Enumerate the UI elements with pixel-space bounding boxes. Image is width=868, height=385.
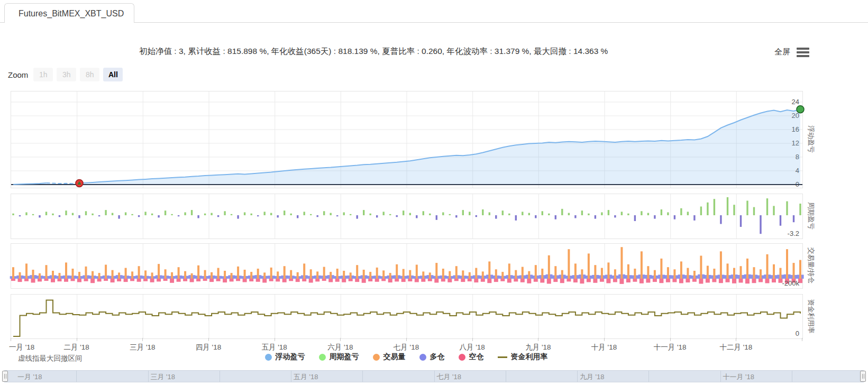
legend-item-volume[interactable]: 交易量 <box>373 352 406 362</box>
x-axis-tick <box>604 338 605 341</box>
fullscreen-button[interactable]: 全屏 <box>774 47 790 57</box>
navigator-gridline <box>720 371 721 382</box>
axis-title-text: 周期盈亏 <box>806 202 816 230</box>
navigator-label: 九月 '18 <box>580 372 605 382</box>
x-axis-tick <box>736 338 736 341</box>
tab-title: Futures_BitMEX_XBT_USD <box>19 9 124 18</box>
x-axis-tick <box>11 338 11 341</box>
hamburger-icon <box>797 48 809 50</box>
x-axis-tick <box>340 338 341 341</box>
tab-futures-bitmex-xbt-usd[interactable]: Futures_BitMEX_XBT_USD <box>4 3 134 23</box>
navigator-gridline <box>648 371 649 382</box>
x-axis-label: 十二月 '18 <box>719 343 752 352</box>
zoom-all-button[interactable]: All <box>103 68 123 81</box>
x-axis-tick <box>802 338 802 341</box>
svg-text:24: 24 <box>792 98 799 106</box>
navigator-gridline <box>792 371 792 382</box>
legend-item-short-position[interactable]: 空仓 <box>459 352 484 362</box>
legend-dot-icon <box>419 354 426 361</box>
zoom-3h-button[interactable]: 3h <box>57 68 76 81</box>
x-axis-label: 五月 '18 <box>261 343 287 352</box>
legend-item-capital-utilization[interactable]: 资金利用率 <box>498 352 548 362</box>
navigator-label: 三月 '18 <box>151 372 176 382</box>
navigator-gridline <box>506 371 506 382</box>
legend-label: 多仓 <box>430 352 445 362</box>
legend-line-icon <box>498 356 507 358</box>
legend-dot-icon <box>319 354 326 361</box>
zoom-label: Zoom <box>8 70 28 79</box>
legend-label: 浮动盈亏 <box>276 352 305 362</box>
y-axis-title-period-pnl: 周期盈亏 <box>805 194 817 238</box>
zoom-8h-button[interactable]: 8h <box>80 68 99 81</box>
navigator-label: 七月 '18 <box>437 372 462 382</box>
svg-text:-200k: -200k <box>782 279 799 287</box>
volume-position-chart-panel[interactable]: -200k <box>11 243 803 289</box>
navigator-label: 一月 '18 <box>17 372 42 382</box>
x-axis-tick <box>208 338 209 341</box>
navigator-gridline <box>220 371 220 382</box>
capital-utilization-chart-panel[interactable]: 0 <box>11 294 803 339</box>
x-axis-tick <box>77 338 77 341</box>
navigator-gridline <box>148 371 149 382</box>
x-axis-label: 十一月 '18 <box>654 343 687 352</box>
navigator-left-handle[interactable] <box>2 371 8 382</box>
x-axis-label: 十月 '18 <box>591 343 617 352</box>
navigator-gridline <box>577 371 578 382</box>
zoom-controls: Zoom 1h 3h 8h All <box>8 68 126 81</box>
period-pnl-chart-panel[interactable]: -3.2 <box>11 194 803 239</box>
backtest-stats-summary: 初始净值 : 3, 累计收益 : 815.898 %, 年化收益(365天) :… <box>139 46 608 57</box>
x-axis-label: 八月 '18 <box>459 343 485 352</box>
axis-title-text: 资金利用率 <box>806 299 816 334</box>
x-axis-label: 九月 '18 <box>525 343 551 352</box>
legend-item-floating-pnl[interactable]: 浮动盈亏 <box>265 352 305 362</box>
legend-item-period-pnl[interactable]: 周期盈亏 <box>319 352 359 362</box>
x-axis-label: 六月 '18 <box>327 343 353 352</box>
x-axis-tick <box>275 338 275 341</box>
x-axis-label: 一月 '18 <box>9 343 34 352</box>
legend-label: 资金利用率 <box>511 352 548 362</box>
legend-label: 周期盈亏 <box>330 352 359 362</box>
x-axis-tick <box>670 338 671 341</box>
legend-dot-icon <box>265 354 272 361</box>
zoom-1h-button[interactable]: 1h <box>33 68 53 81</box>
legend-label: 交易量 <box>383 352 406 362</box>
x-axis-label: 四月 '18 <box>196 343 221 352</box>
navigator-gridline <box>434 371 435 382</box>
legend-dot-icon <box>459 354 465 361</box>
x-axis-label: 七月 '18 <box>394 343 419 352</box>
legend-item-long-position[interactable]: 多仓 <box>419 352 445 362</box>
navigator-gridline <box>76 371 77 382</box>
navigator-label: 五月 '18 <box>294 372 318 382</box>
x-axis-tick <box>472 338 473 341</box>
axis-title-text: 浮动盈亏 <box>806 125 816 153</box>
axis-title-text: 交易量/持仓 <box>806 248 816 284</box>
hamburger-icon <box>797 55 809 57</box>
x-axis-tick <box>142 338 143 341</box>
y-axis-title-floating-pnl: 浮动盈亏 <box>805 91 817 187</box>
backtest-chart-page: Futures_BitMEX_XBT_USD 初始净值 : 3, 累计收益 : … <box>0 0 868 385</box>
y-axis-title-volume-position: 交易量/持仓 <box>805 238 817 293</box>
x-axis-tick <box>406 338 407 341</box>
legend-label: 空仓 <box>469 352 484 362</box>
hamburger-icon <box>797 51 809 53</box>
x-axis-label: 二月 '18 <box>63 343 89 352</box>
legend-dot-icon <box>373 354 380 361</box>
svg-text:0: 0 <box>796 329 799 337</box>
navigator-label: 十一月 '18 <box>723 372 755 382</box>
chart-legend: 浮动盈亏 周期盈亏 交易量 多仓 空仓 资金利用率 <box>11 352 802 362</box>
navigator-gridline <box>362 371 363 382</box>
x-axis-label: 三月 '18 <box>130 343 155 352</box>
x-axis-labels: 一月 '18二月 '18三月 '18四月 '18五月 '18六月 '18七月 '… <box>0 343 868 353</box>
svg-text:-3.2: -3.2 <box>788 230 799 237</box>
range-navigator[interactable]: 一月 '18三月 '18五月 '18七月 '18九月 '18十一月 '18 <box>4 370 864 382</box>
navigator-gridline <box>291 371 291 382</box>
chart-context-menu-button[interactable] <box>797 48 810 59</box>
y-axis-title-capital-utilization: 资金利用率 <box>805 292 817 341</box>
navigator-right-handle[interactable] <box>860 371 866 382</box>
x-axis-tick <box>538 338 538 341</box>
floating-pnl-chart-panel[interactable]: 24201612840 <box>11 91 803 188</box>
